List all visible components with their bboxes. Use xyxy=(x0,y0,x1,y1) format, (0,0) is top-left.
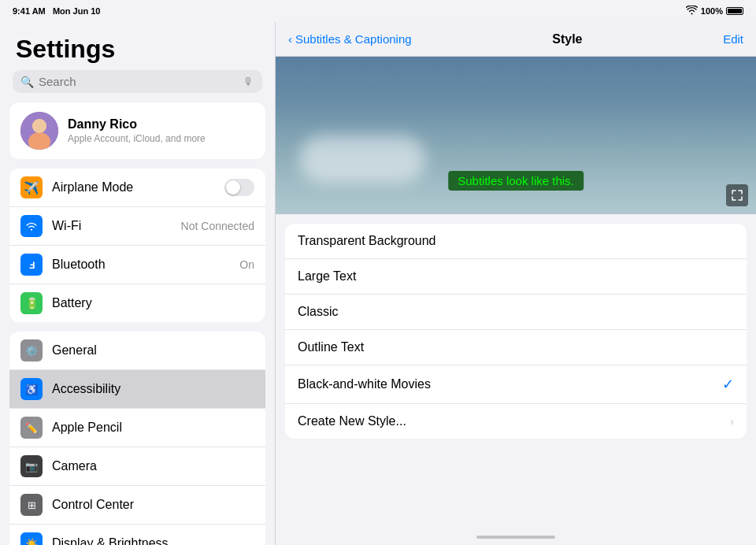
sidebar-item-battery[interactable]: 🔋 Battery xyxy=(9,284,265,322)
profile-info: Danny Rico Apple Account, iCloud, and mo… xyxy=(68,117,206,144)
sidebar-item-applepencil[interactable]: ✏️ Apple Pencil xyxy=(9,409,265,447)
nav-back-button[interactable]: ‹ Subtitles & Captioning xyxy=(288,32,412,46)
style-item-classic[interactable]: Classic xyxy=(285,295,747,330)
wifi-settings-icon xyxy=(20,215,43,237)
accessibility-icon: ♿ xyxy=(20,378,43,400)
profile-subtitle: Apple Account, iCloud, and more xyxy=(68,133,206,144)
search-bar[interactable]: 🔍 🎙 xyxy=(13,70,262,93)
profile-name: Danny Rico xyxy=(68,117,206,132)
search-input[interactable] xyxy=(39,75,239,88)
style-section: Transparent Background Large Text Classi… xyxy=(285,224,747,439)
sidebar-item-wifi[interactable]: Wi-Fi Not Connected xyxy=(9,207,265,246)
right-nav: ‹ Subtitles & Captioning Style Edit xyxy=(276,22,756,57)
preview-area: Subtitles look like this. xyxy=(276,57,756,214)
sidebar-item-accessibility[interactable]: ♿ Accessibility xyxy=(9,370,265,409)
battery-icon xyxy=(726,7,743,15)
status-time: 9:41 AM xyxy=(13,6,46,16)
applepencil-icon: ✏️ xyxy=(20,417,43,439)
sidebar: Settings 🔍 🎙 Danny Rico xyxy=(0,22,276,545)
controlcenter-icon: ⊞ xyxy=(20,494,43,516)
controlcenter-label: Control Center xyxy=(52,498,254,512)
search-icon: 🔍 xyxy=(20,76,34,88)
home-bar xyxy=(476,536,555,539)
sidebar-item-bluetooth[interactable]: ⅎ Bluetooth On xyxy=(9,246,265,284)
battery-label: Battery xyxy=(52,296,254,310)
style-bwmovies-label: Black-and-white Movies xyxy=(298,377,722,391)
home-indicator xyxy=(276,529,756,545)
sidebar-item-camera[interactable]: 📷 Camera xyxy=(9,447,265,486)
display-icon: ☀️ xyxy=(20,532,43,545)
style-outlinetext-label: Outline Text xyxy=(298,340,734,354)
accessibility-label: Accessibility xyxy=(52,382,254,396)
right-panel: ‹ Subtitles & Captioning Style Edit Subt… xyxy=(276,22,756,545)
sidebar-item-controlcenter[interactable]: ⊞ Control Center xyxy=(9,486,265,525)
nav-title: Style xyxy=(552,32,582,46)
device: 9:41 AM Mon Jun 10 100% Settings xyxy=(0,0,756,545)
style-item-bwmovies[interactable]: Black-and-white Movies ✓ xyxy=(285,365,747,404)
checkmark-icon: ✓ xyxy=(722,376,734,393)
status-date: Mon Jun 10 xyxy=(53,6,101,16)
display-label: Display & Brightness xyxy=(52,536,254,545)
svg-point-3 xyxy=(32,119,46,133)
sidebar-item-display[interactable]: ☀️ Display & Brightness xyxy=(9,525,265,545)
bluetooth-label: Bluetooth xyxy=(52,258,230,272)
wifi-icon xyxy=(686,6,698,17)
nav-back-label: Subtitles & Captioning xyxy=(295,32,412,46)
cloud-bg xyxy=(299,135,425,183)
airplane-toggle[interactable] xyxy=(224,179,254,196)
settings-section-1: ✈️ Airplane Mode xyxy=(9,169,265,322)
style-largetext-label: Large Text xyxy=(298,269,734,284)
style-item-createnew[interactable]: Create New Style... › xyxy=(285,404,747,439)
battery-settings-icon: 🔋 xyxy=(20,292,43,314)
sidebar-title: Settings xyxy=(0,22,275,70)
chevron-right-icon: › xyxy=(730,415,734,428)
airplane-icon: ✈️ xyxy=(20,176,43,198)
general-label: General xyxy=(52,343,254,358)
settings-list: ✈️ Airplane Mode xyxy=(0,169,275,545)
profile-row[interactable]: Danny Rico Apple Account, iCloud, and mo… xyxy=(9,102,265,159)
style-transparent-label: Transparent Background xyxy=(298,234,734,248)
status-indicators: 100% xyxy=(686,6,743,17)
battery-percentage: 100% xyxy=(701,6,723,16)
style-classic-label: Classic xyxy=(298,305,734,319)
style-item-largetext[interactable]: Large Text xyxy=(285,259,747,295)
nav-edit-button[interactable]: Edit xyxy=(723,32,743,46)
main-layout: Settings 🔍 🎙 Danny Rico xyxy=(0,22,756,545)
bluetooth-icon: ⅎ xyxy=(20,254,43,276)
status-time-date: 9:41 AM Mon Jun 10 xyxy=(13,6,100,16)
style-createnew-label: Create New Style... xyxy=(298,414,730,428)
bluetooth-value: On xyxy=(239,258,254,271)
back-chevron-icon: ‹ xyxy=(288,32,292,46)
general-icon: ⚙️ xyxy=(20,339,43,361)
style-item-transparent[interactable]: Transparent Background xyxy=(285,224,747,259)
sidebar-item-airplane[interactable]: ✈️ Airplane Mode xyxy=(9,169,265,207)
status-bar: 9:41 AM Mon Jun 10 100% xyxy=(0,0,756,22)
microphone-icon[interactable]: 🎙 xyxy=(243,76,254,88)
wifi-value: Not Connected xyxy=(181,220,254,232)
airplane-label: Airplane Mode xyxy=(52,180,215,195)
settings-section-2: ⚙️ General ♿ Accessibility ✏️ xyxy=(9,332,265,545)
style-list: Transparent Background Large Text Classi… xyxy=(276,214,756,529)
fullscreen-button[interactable] xyxy=(726,184,748,206)
subtitle-caption: Subtitles look like this. xyxy=(448,171,584,191)
camera-icon: 📷 xyxy=(20,455,43,477)
sidebar-item-general[interactable]: ⚙️ General xyxy=(9,332,265,370)
wifi-label: Wi-Fi xyxy=(52,219,172,233)
camera-label: Camera xyxy=(52,459,254,473)
applepencil-label: Apple Pencil xyxy=(52,421,254,435)
style-item-outlinetext[interactable]: Outline Text xyxy=(285,330,747,365)
avatar xyxy=(20,112,58,150)
